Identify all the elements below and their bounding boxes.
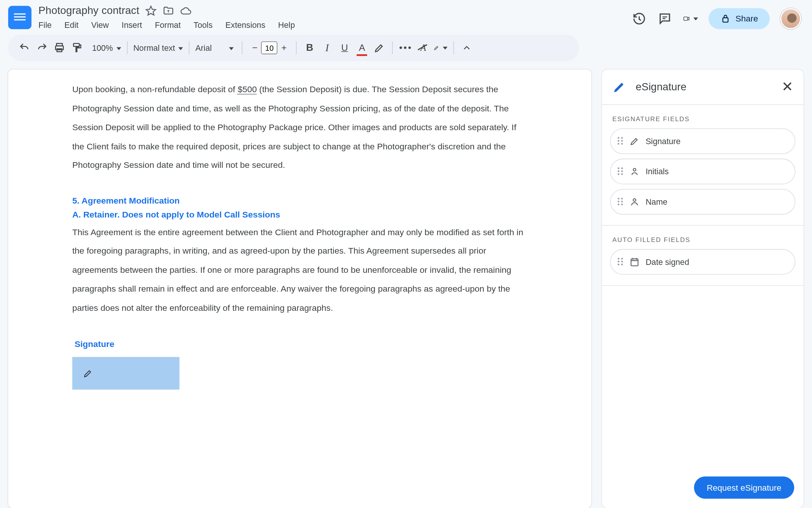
menu-file[interactable]: File — [38, 20, 52, 30]
section-heading-5: 5. Agreement Modification — [72, 196, 527, 205]
italic-icon[interactable]: I — [320, 41, 334, 55]
account-avatar[interactable] — [780, 8, 801, 29]
menu-help[interactable]: Help — [278, 20, 295, 30]
document-title[interactable]: Photography contract — [38, 5, 139, 17]
menu-extensions[interactable]: Extensions — [226, 20, 265, 30]
comments-icon[interactable] — [657, 11, 673, 26]
drag-handle-icon[interactable] — [618, 167, 624, 176]
signature-field-placeholder[interactable] — [72, 357, 179, 390]
clear-format-icon[interactable]: A — [416, 41, 430, 55]
menu-bar: File Edit View Insert Format Tools Exten… — [38, 20, 632, 30]
deposit-amount: $500 — [238, 85, 257, 94]
calendar-icon — [629, 257, 640, 267]
svg-rect-1 — [723, 18, 728, 22]
field-chip-signature[interactable]: Signature — [610, 128, 795, 154]
pen-icon — [612, 80, 626, 94]
text-color-icon[interactable]: A — [355, 41, 369, 55]
panel-title: eSignature — [636, 81, 686, 93]
undo-icon[interactable] — [18, 41, 32, 55]
svg-rect-0 — [684, 17, 688, 20]
star-icon[interactable] — [145, 5, 157, 17]
meet-icon[interactable] — [683, 11, 698, 26]
decrease-font-size-button[interactable]: − — [248, 41, 261, 54]
editing-mode-select[interactable] — [434, 41, 448, 55]
redo-icon[interactable] — [35, 41, 49, 55]
person-icon — [629, 196, 640, 207]
increase-font-size-button[interactable]: + — [277, 41, 290, 54]
share-button[interactable]: Share — [709, 8, 770, 29]
field-chip-name[interactable]: Name — [610, 189, 795, 214]
collapse-toolbar-icon[interactable] — [460, 41, 474, 55]
menu-insert[interactable]: Insert — [122, 20, 142, 30]
docs-logo-icon[interactable] — [8, 6, 32, 29]
initials-icon — [629, 166, 640, 177]
more-toolbar-icon[interactable]: ••• — [399, 41, 413, 55]
section-label-fields: ESIGNATURE FIELDS — [602, 105, 803, 128]
section-label-auto: AUTO FILLED FIELDS — [602, 226, 803, 249]
share-label: Share — [736, 14, 758, 23]
field-chip-label: Date signed — [645, 257, 689, 267]
toolbar: 100% Normal text Arial − + B I U A ••• A — [8, 34, 579, 61]
paint-format-icon[interactable] — [70, 41, 84, 55]
paragraph-style-select[interactable]: Normal text — [133, 43, 183, 53]
svg-rect-5 — [74, 43, 80, 46]
menu-view[interactable]: View — [91, 20, 109, 30]
bold-icon[interactable]: B — [303, 41, 317, 55]
svg-point-6 — [633, 169, 636, 171]
menu-tools[interactable]: Tools — [194, 20, 213, 30]
history-icon[interactable] — [632, 11, 647, 26]
menu-edit[interactable]: Edit — [64, 20, 78, 30]
underline-icon[interactable]: U — [338, 41, 351, 55]
font-size-input[interactable] — [261, 41, 277, 54]
drag-handle-icon[interactable] — [618, 198, 624, 206]
highlight-color-icon[interactable] — [373, 41, 386, 55]
body-paragraph: Upon booking, a non-refundable deposit o… — [72, 80, 527, 175]
menu-format[interactable]: Format — [155, 20, 181, 30]
drag-handle-icon[interactable] — [618, 258, 624, 266]
field-chip-label: Name — [645, 197, 667, 207]
zoom-select[interactable]: 100% — [92, 43, 121, 53]
field-chip-date-signed[interactable]: Date signed — [610, 249, 795, 275]
signature-icon — [629, 136, 640, 146]
move-folder-icon[interactable] — [163, 5, 174, 17]
svg-rect-8 — [631, 259, 638, 266]
field-chip-label: Signature — [645, 137, 680, 146]
print-icon[interactable] — [53, 41, 67, 55]
drag-handle-icon[interactable] — [618, 137, 624, 145]
body-paragraph: This Agreement is the entire agreement b… — [72, 223, 527, 318]
svg-point-7 — [633, 199, 636, 201]
field-chip-label: Initials — [645, 167, 669, 176]
esignature-panel: eSignature ✕ ESIGNATURE FIELDS Signature… — [602, 69, 803, 508]
cloud-status-icon[interactable] — [180, 5, 192, 17]
section-heading-5a: A. Retainer. Does not apply to Model Cal… — [72, 210, 527, 219]
signature-heading: Signature — [74, 340, 527, 349]
document-page[interactable]: Upon booking, a non-refundable deposit o… — [8, 69, 592, 508]
request-esignature-button[interactable]: Request eSignature — [694, 476, 794, 499]
close-icon[interactable]: ✕ — [782, 79, 793, 95]
font-family-select[interactable]: Arial — [195, 43, 236, 53]
field-chip-initials[interactable]: Initials — [610, 159, 795, 184]
